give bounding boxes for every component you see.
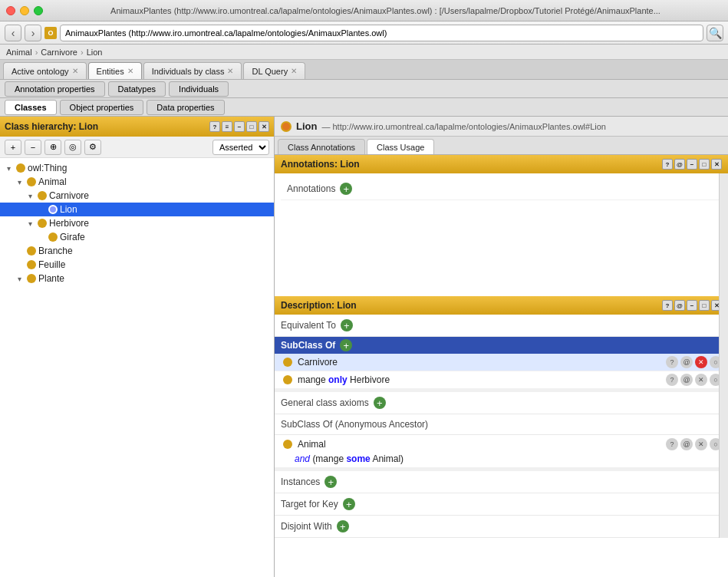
tree-item-feuille[interactable]: Feuille xyxy=(0,258,274,272)
tab-object-properties[interactable]: Object properties xyxy=(60,100,144,115)
description-scrollbar[interactable] xyxy=(719,296,728,538)
close-button[interactable] xyxy=(6,6,15,15)
add-class-button[interactable]: + xyxy=(5,140,21,155)
mange-delete-icon[interactable]: ✕ xyxy=(695,374,707,386)
breadcrumb-item-lion[interactable]: Lion xyxy=(87,48,103,57)
subclass-of-label: SubClass Of xyxy=(281,340,335,351)
right-tabs: Class Annotations Class Usage xyxy=(275,137,728,155)
tab-data-properties[interactable]: Data properties xyxy=(147,100,224,115)
help-icon[interactable]: ? xyxy=(209,121,220,132)
mange-dot xyxy=(283,375,292,384)
right-panel: Lion — http://www.iro.umontreal.ca/lapal… xyxy=(275,117,728,577)
entity-url: — http://www.iro.umontreal.ca/lapalme/on… xyxy=(321,122,606,131)
tab-datatypes[interactable]: Datatypes xyxy=(108,81,166,97)
tab-individuals[interactable]: Individuals xyxy=(169,81,229,97)
tab-annotation-properties[interactable]: Annotation properties xyxy=(5,81,105,97)
add-instances-button[interactable]: + xyxy=(324,476,337,488)
annotations-at-icon[interactable]: @ xyxy=(674,159,685,170)
tree-content: ▾ owl:Thing ▾ Animal ▾ Carnivore Lion xyxy=(0,158,274,577)
tree-dot xyxy=(38,191,47,200)
tree-item-animal[interactable]: ▾ Animal xyxy=(0,175,274,189)
settings-class-button[interactable]: ⚙ xyxy=(84,140,101,155)
minimize-panel-icon[interactable]: − xyxy=(234,121,245,132)
tree-item-branche[interactable]: Branche xyxy=(0,244,274,258)
add-disjoint-button[interactable]: + xyxy=(337,520,349,532)
breadcrumb-item-carnivore[interactable]: Carnivore xyxy=(41,48,77,57)
tab-classes[interactable]: Classes xyxy=(5,100,57,115)
animal-dot xyxy=(283,440,292,449)
tab-class-annotations[interactable]: Class Annotations xyxy=(278,139,365,154)
add-subclass-button[interactable]: + xyxy=(340,339,352,351)
instances-row: Instances + xyxy=(275,468,728,493)
tab-close-icon[interactable]: ✕ xyxy=(291,67,297,75)
add-annotation-button[interactable]: + xyxy=(340,183,352,195)
goto-class-button[interactable]: ◎ xyxy=(64,140,81,155)
subclass-of-header: SubClass Of + xyxy=(275,337,728,354)
mange-help-icon[interactable]: ? xyxy=(666,374,678,386)
animal-help-icon[interactable]: ? xyxy=(666,438,678,450)
annotations-header: Annotations: Lion ? @ − □ ✕ xyxy=(275,155,728,173)
expand-panel-icon[interactable]: □ xyxy=(246,121,257,132)
tree-dot xyxy=(48,205,58,214)
tree-item-owl-thing[interactable]: ▾ owl:Thing xyxy=(0,161,274,175)
tab-class-usage[interactable]: Class Usage xyxy=(367,139,434,154)
titlebar: AnimauxPlantes (http://www.iro.umontreal… xyxy=(0,0,728,21)
class-tabs-row: Classes Object properties Data propertie… xyxy=(0,98,728,117)
annotations-title: Annotations: Lion xyxy=(281,159,360,170)
tree-item-girafe[interactable]: Girafe xyxy=(0,230,274,244)
add-general-axioms-button[interactable]: + xyxy=(374,397,386,409)
animal-at-icon[interactable]: @ xyxy=(680,438,693,450)
forward-button[interactable]: › xyxy=(25,25,41,41)
carnivore-delete-icon[interactable]: ✕ xyxy=(695,356,707,368)
tree-item-lion[interactable]: Lion xyxy=(0,203,274,216)
copy-class-button[interactable]: ⊕ xyxy=(44,140,61,155)
remove-class-button[interactable]: − xyxy=(25,140,41,155)
config-icon[interactable]: ≡ xyxy=(222,121,232,132)
entity-header: Lion — http://www.iro.umontreal.ca/lapal… xyxy=(275,117,728,137)
url-input[interactable] xyxy=(60,25,703,41)
carnivore-help-icon[interactable]: ? xyxy=(666,356,678,368)
tab-close-icon[interactable]: ✕ xyxy=(72,67,78,75)
entity-name: Lion xyxy=(296,120,317,132)
class-hierarchy-header: Class hierarchy: Lion ? ≡ − □ ✕ xyxy=(0,117,274,137)
search-button[interactable]: 🔍 xyxy=(707,25,723,41)
tab-close-icon[interactable]: ✕ xyxy=(227,67,233,75)
carnivore-at-icon[interactable]: @ xyxy=(680,356,693,368)
add-target-key-button[interactable]: + xyxy=(343,498,355,510)
animal-delete-icon[interactable]: ✕ xyxy=(695,438,707,450)
equivalent-to-label: Equivalent To xyxy=(281,320,336,331)
minimize-button[interactable] xyxy=(20,6,29,15)
close-panel-icon[interactable]: ✕ xyxy=(259,121,269,132)
tree-item-herbivore[interactable]: ▾ Herbivore xyxy=(0,216,274,230)
back-button[interactable]: ‹ xyxy=(5,25,21,41)
tab-individuals-by-class[interactable]: Individuals by class ✕ xyxy=(143,62,242,79)
tab-entities[interactable]: Entities ✕ xyxy=(88,62,142,79)
mange-at-icon[interactable]: @ xyxy=(680,374,693,386)
annotations-label: Annotations xyxy=(287,183,335,194)
annotations-expand-icon[interactable]: □ xyxy=(699,159,710,170)
desc-at-icon[interactable]: @ xyxy=(674,300,685,311)
annotations-help-icon[interactable]: ? xyxy=(662,159,673,170)
add-equivalent-button[interactable]: + xyxy=(341,319,353,331)
desc-help-icon[interactable]: ? xyxy=(662,300,673,311)
annotations-scrollbar[interactable] xyxy=(719,173,728,296)
annotations-minimize-icon[interactable]: − xyxy=(687,159,697,170)
tab-label: Active ontology xyxy=(12,67,69,76)
mange-only-row: mange only Herbivore ? @ ✕ ○ xyxy=(275,371,728,389)
tree-item-plante[interactable]: ▾ Plante xyxy=(0,272,274,285)
breadcrumb-item-animal[interactable]: Animal xyxy=(6,48,32,57)
tab-dl-query[interactable]: DL Query ✕ xyxy=(243,62,305,79)
tab-active-ontology[interactable]: Active ontology ✕ xyxy=(3,62,87,79)
description-title: Description: Lion xyxy=(281,300,357,311)
desc-expand-icon[interactable]: □ xyxy=(699,300,710,311)
asserted-select[interactable]: Asserted Inferred xyxy=(212,140,269,155)
annotations-close-icon[interactable]: ✕ xyxy=(711,159,722,170)
carnivore-dot xyxy=(283,358,292,367)
tree-item-carnivore[interactable]: ▾ Carnivore xyxy=(0,189,274,203)
tree-toolbar: + − ⊕ ◎ ⚙ Asserted Inferred xyxy=(0,137,274,158)
entity-icon xyxy=(281,121,292,132)
maximize-button[interactable] xyxy=(34,6,43,15)
tab-label: Class Annotations xyxy=(288,143,355,152)
tab-close-icon[interactable]: ✕ xyxy=(127,67,133,75)
desc-minimize-icon[interactable]: − xyxy=(687,300,697,311)
